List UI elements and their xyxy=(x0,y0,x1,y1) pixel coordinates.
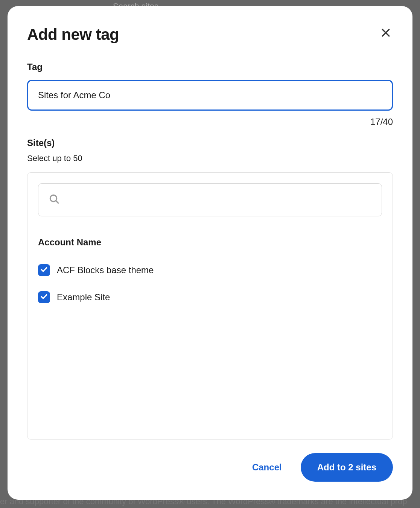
sites-list-header: Account Name xyxy=(27,227,393,254)
sites-list: ACF Blocks base theme Example Site xyxy=(27,254,393,313)
sites-helper-text: Select up to 50 xyxy=(27,154,393,163)
sites-selector-box: Account Name ACF Blocks base theme xyxy=(27,172,393,440)
check-icon xyxy=(40,265,48,275)
tag-char-count: 17/40 xyxy=(27,117,393,127)
tag-label: Tag xyxy=(27,62,393,72)
close-button[interactable] xyxy=(379,26,393,41)
sites-search-field[interactable] xyxy=(38,183,382,216)
close-icon xyxy=(380,27,391,40)
site-row[interactable]: ACF Blocks base theme xyxy=(38,257,382,284)
modal-footer: Cancel Add to 2 sites xyxy=(27,453,393,482)
modal-title: Add new tag xyxy=(27,26,119,44)
tag-field-group: Tag 17/40 xyxy=(27,62,393,127)
svg-line-3 xyxy=(56,201,58,203)
search-icon xyxy=(48,193,60,207)
check-icon xyxy=(40,292,48,302)
site-row[interactable]: Example Site xyxy=(38,284,382,311)
site-name-label: Example Site xyxy=(57,292,110,303)
add-tag-modal: Add new tag Tag 17/40 Site(s) Select up … xyxy=(8,6,412,500)
sites-label: Site(s) xyxy=(27,138,393,148)
sites-search-input[interactable] xyxy=(62,195,374,205)
site-name-label: ACF Blocks base theme xyxy=(57,265,154,275)
sites-field-group: Site(s) Select up to 50 Account Name xyxy=(27,138,393,440)
sites-search-wrap xyxy=(27,173,393,227)
site-checkbox[interactable] xyxy=(38,291,50,303)
submit-button[interactable]: Add to 2 sites xyxy=(301,453,393,482)
modal-header: Add new tag xyxy=(27,26,393,44)
site-checkbox[interactable] xyxy=(38,264,50,276)
tag-input[interactable] xyxy=(27,80,393,111)
cancel-button[interactable]: Cancel xyxy=(248,455,286,479)
